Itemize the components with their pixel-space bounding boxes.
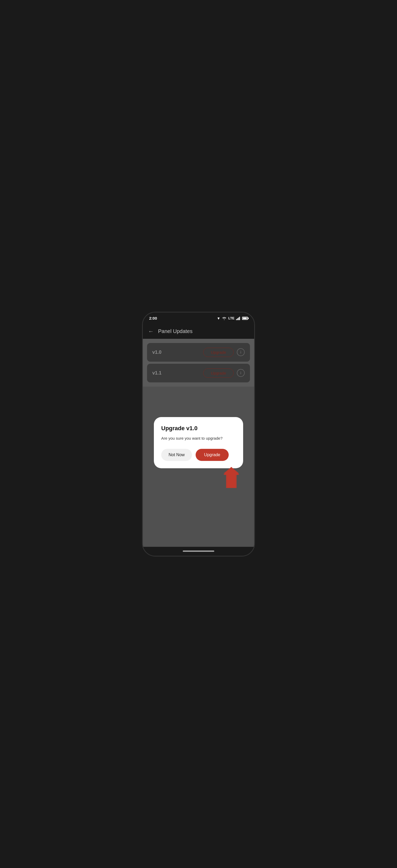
- back-button[interactable]: ←: [148, 328, 154, 335]
- signal-bar-3: [238, 317, 239, 320]
- status-bar: 2:00 ▼ LTE: [143, 313, 254, 324]
- main-content: v1.0 Upgrade i v1.1 Upgrade i Upgrade v1…: [143, 339, 254, 547]
- overlay-dim: Upgrade v1.0 Are you sure you want to up…: [143, 339, 254, 547]
- signal-bar-2: [237, 318, 238, 320]
- dialog-message: Are you sure you want to upgrade?: [161, 435, 236, 441]
- top-bar: ← Panel Updates: [143, 324, 254, 339]
- page-title: Panel Updates: [158, 328, 192, 334]
- battery-fill: [243, 317, 247, 319]
- lte-label: LTE: [228, 316, 235, 320]
- dialog-upgrade-button[interactable]: Upgrade: [195, 449, 228, 461]
- status-time: 2:00: [149, 316, 157, 320]
- dialog-container: Upgrade v1.0 Are you sure you want to up…: [154, 417, 243, 468]
- wifi-icon: [222, 316, 226, 320]
- status-icons: ▼ LTE: [217, 316, 248, 320]
- signal-bar-1: [236, 319, 237, 320]
- phone-frame: 2:00 ▼ LTE ← Panel Updates: [142, 312, 255, 557]
- arrow-annotation: [222, 466, 241, 488]
- battery-icon: [242, 317, 248, 320]
- signal-bars: [236, 316, 240, 320]
- dialog-title: Upgrade v1.0: [161, 425, 236, 432]
- home-bar: [143, 547, 254, 556]
- wifi-icon: ▼: [217, 316, 220, 320]
- signal-bar-4: [239, 317, 240, 320]
- home-indicator: [183, 551, 214, 552]
- dialog-buttons: Not Now Upgrade: [161, 449, 236, 461]
- upgrade-dialog: Upgrade v1.0 Are you sure you want to up…: [154, 417, 243, 468]
- not-now-button[interactable]: Not Now: [161, 449, 192, 461]
